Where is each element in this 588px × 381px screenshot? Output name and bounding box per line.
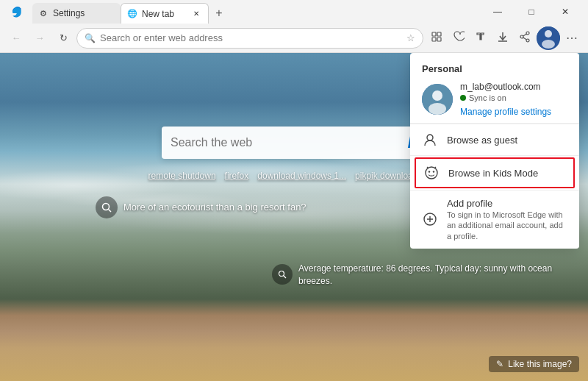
svg-point-21 [427,135,433,140]
panel-title: Personal [422,63,567,74]
sync-status-dot [460,95,466,101]
svg-point-13 [542,40,555,49]
add-profile-desc: To sign in to Microsoft Edge with an add… [447,210,567,241]
like-image-button[interactable]: ✎ Like this image? [489,356,579,372]
read-icon [475,31,487,45]
eco-question-text: More of an ecotourist than a big resort … [123,202,306,214]
svg-rect-3 [437,38,441,41]
new-tab-button[interactable]: + [209,3,229,24]
svg-line-17 [284,276,287,279]
titlebar: ⚙ Settings 🌐 New tab ✕ + — □ ✕ [0,0,588,24]
svg-point-12 [545,30,552,38]
tabs-container: ⚙ Settings 🌐 New tab ✕ + [32,0,472,24]
close-button[interactable]: ✕ [548,0,582,24]
browse-as-guest-content: Browse as guest [447,135,567,146]
svg-rect-2 [432,38,436,41]
back-icon: ← [12,32,21,43]
address-bar-wrapper[interactable]: 🔍 ☆ [76,28,423,49]
eco-search-icon [96,196,118,218]
settings-tab-favicon: ⚙ [38,8,49,18]
profile-avatar-letter [537,26,560,50]
svg-point-14 [103,204,110,210]
quick-link-firefox[interactable]: firefox [225,171,249,181]
newtab-close-button[interactable]: ✕ [190,8,202,20]
edge-logo-icon [6,1,26,22]
svg-point-7 [526,39,529,42]
browse-kids-mode-content: Browse in Kids Mode [448,168,566,179]
search-box: b [162,127,426,159]
svg-line-9 [523,34,526,36]
profile-panel: Personal m_lab@outlook.com Sync is on [410,53,579,249]
svg-point-23 [429,171,430,172]
window-controls-left [6,1,26,22]
read-button[interactable] [470,28,491,49]
svg-point-22 [426,167,437,179]
collections-button[interactable] [448,28,469,49]
quick-link-remote-shutdown[interactable]: remote shutdown [148,171,216,181]
like-icon: ✎ [496,359,503,369]
download-icon [497,31,509,45]
star-button[interactable] [426,28,447,49]
forward-icon: → [35,32,45,43]
avatar [422,84,453,115]
svg-point-8 [520,35,523,38]
address-search-icon: 🔍 [85,33,96,43]
address-input[interactable] [100,32,402,43]
svg-point-6 [526,32,529,35]
like-image-label: Like this image? [508,359,572,369]
add-profile-icon [422,211,438,227]
profile-row: m_lab@outlook.com Sync is on Manage prof… [422,82,567,117]
refresh-button[interactable]: ↻ [53,28,74,49]
heart-icon [453,31,465,45]
temp-search-icon[interactable] [272,264,293,285]
downloads-button[interactable] [492,28,513,49]
profile-info: m_lab@outlook.com Sync is on Manage prof… [460,82,567,117]
svg-point-20 [429,103,446,115]
sync-status-row: Sync is on [460,93,567,102]
maximize-button[interactable]: □ [514,0,548,24]
panel-divider-2 [410,155,579,156]
svg-rect-1 [437,32,441,36]
newtab-title: New tab [142,9,186,19]
more-button[interactable]: ⋯ [562,28,582,49]
svg-line-10 [523,38,526,40]
add-profile-item[interactable]: Add profile To sign in to Microsoft Edge… [410,190,579,249]
svg-rect-0 [432,32,436,36]
minimize-button[interactable]: — [481,0,514,24]
toolbar-icons: ⋯ [426,26,582,50]
back-button[interactable]: ← [6,28,26,49]
forward-button[interactable]: → [29,28,50,49]
settings-tab-title: Settings [53,8,115,18]
profile-button[interactable] [537,26,560,50]
newtab-favicon: 🌐 [127,9,137,19]
newtab-tab[interactable]: 🌐 New tab ✕ [121,3,209,24]
collections-icon [431,31,442,45]
more-icon: ⋯ [566,31,578,45]
panel-header: Personal m_lab@outlook.com Sync is on [410,53,579,124]
window-controls-right: — □ ✕ [481,0,582,24]
quick-link-windows[interactable]: download windows 1... [257,171,346,181]
temperature-text: Average temperature: 86 degrees. Typical… [298,263,588,288]
browse-kids-mode-label: Browse in Kids Mode [448,168,566,179]
profile-email: m_lab@outlook.com [460,82,567,92]
svg-point-16 [279,271,284,277]
svg-point-24 [433,171,434,172]
manage-profile-link[interactable]: Manage profile settings [460,107,567,117]
profile-share-button[interactable] [514,28,535,49]
sync-status-text: Sync is on [469,93,506,102]
kids-mode-icon [423,165,440,181]
quick-link-pikpik[interactable]: pikpik download [355,171,417,181]
search-input[interactable] [171,136,402,149]
main-content: b remote shutdown firefox download windo… [0,53,588,381]
browse-kids-mode-item[interactable]: Browse in Kids Mode [415,157,575,188]
eco-question-box[interactable]: More of an ecotourist than a big resort … [96,196,306,218]
settings-tab[interactable]: ⚙ Settings [32,3,121,24]
svg-line-15 [109,210,112,213]
browse-as-guest-label: Browse as guest [447,135,567,146]
browse-as-guest-item[interactable]: Browse as guest [410,124,579,155]
favorite-icon[interactable]: ☆ [406,32,415,43]
quick-links: remote shutdown firefox download windows… [148,169,440,182]
guest-icon [422,132,438,148]
add-profile-label: Add profile [447,198,567,209]
share-icon [519,31,531,45]
